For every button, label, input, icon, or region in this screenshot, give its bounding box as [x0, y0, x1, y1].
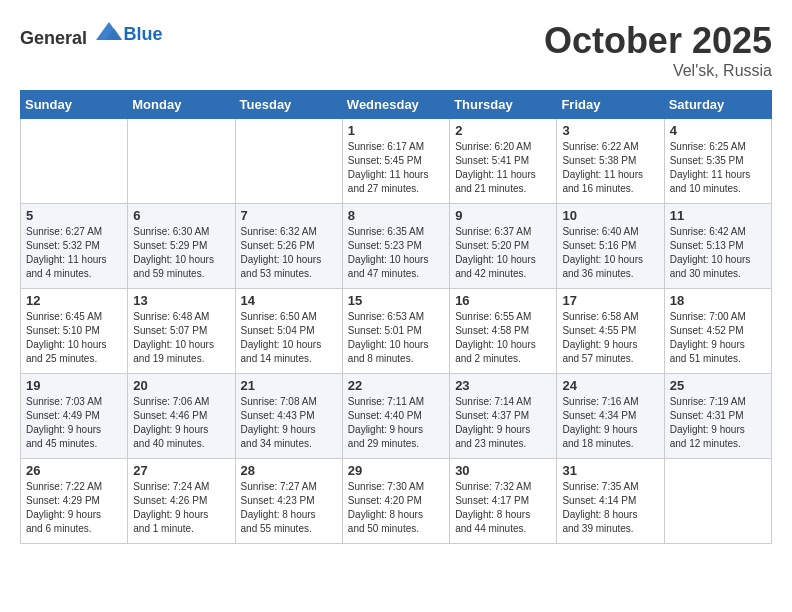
day-number: 7 [241, 208, 337, 223]
calendar-cell: 10Sunrise: 6:40 AM Sunset: 5:16 PM Dayli… [557, 204, 664, 289]
day-number: 1 [348, 123, 444, 138]
day-number: 9 [455, 208, 551, 223]
calendar-cell: 26Sunrise: 7:22 AM Sunset: 4:29 PM Dayli… [21, 459, 128, 544]
cell-content: Sunrise: 7:06 AM Sunset: 4:46 PM Dayligh… [133, 395, 229, 451]
cell-content: Sunrise: 6:53 AM Sunset: 5:01 PM Dayligh… [348, 310, 444, 366]
cell-content: Sunrise: 7:24 AM Sunset: 4:26 PM Dayligh… [133, 480, 229, 536]
cell-content: Sunrise: 6:22 AM Sunset: 5:38 PM Dayligh… [562, 140, 658, 196]
calendar-cell: 2Sunrise: 6:20 AM Sunset: 5:41 PM Daylig… [450, 119, 557, 204]
cell-content: Sunrise: 6:55 AM Sunset: 4:58 PM Dayligh… [455, 310, 551, 366]
cell-content: Sunrise: 6:50 AM Sunset: 5:04 PM Dayligh… [241, 310, 337, 366]
day-number: 13 [133, 293, 229, 308]
calendar-cell: 19Sunrise: 7:03 AM Sunset: 4:49 PM Dayli… [21, 374, 128, 459]
day-number: 2 [455, 123, 551, 138]
cell-content: Sunrise: 6:42 AM Sunset: 5:13 PM Dayligh… [670, 225, 766, 281]
day-number: 11 [670, 208, 766, 223]
calendar-cell [664, 459, 771, 544]
calendar-cell: 8Sunrise: 6:35 AM Sunset: 5:23 PM Daylig… [342, 204, 449, 289]
calendar-cell: 17Sunrise: 6:58 AM Sunset: 4:55 PM Dayli… [557, 289, 664, 374]
calendar-cell [235, 119, 342, 204]
calendar-cell: 7Sunrise: 6:32 AM Sunset: 5:26 PM Daylig… [235, 204, 342, 289]
column-header-thursday: Thursday [450, 91, 557, 119]
logo-icon [94, 20, 124, 44]
week-row-4: 19Sunrise: 7:03 AM Sunset: 4:49 PM Dayli… [21, 374, 772, 459]
cell-content: Sunrise: 7:16 AM Sunset: 4:34 PM Dayligh… [562, 395, 658, 451]
cell-content: Sunrise: 6:37 AM Sunset: 5:20 PM Dayligh… [455, 225, 551, 281]
cell-content: Sunrise: 7:22 AM Sunset: 4:29 PM Dayligh… [26, 480, 122, 536]
calendar-cell: 4Sunrise: 6:25 AM Sunset: 5:35 PM Daylig… [664, 119, 771, 204]
cell-content: Sunrise: 6:27 AM Sunset: 5:32 PM Dayligh… [26, 225, 122, 281]
column-header-sunday: Sunday [21, 91, 128, 119]
month-title: October 2025 [544, 20, 772, 62]
day-number: 23 [455, 378, 551, 393]
calendar-cell: 21Sunrise: 7:08 AM Sunset: 4:43 PM Dayli… [235, 374, 342, 459]
week-row-3: 12Sunrise: 6:45 AM Sunset: 5:10 PM Dayli… [21, 289, 772, 374]
page-header: General Blue October 2025 Vel'sk, Russia [20, 20, 772, 80]
column-header-friday: Friday [557, 91, 664, 119]
cell-content: Sunrise: 6:17 AM Sunset: 5:45 PM Dayligh… [348, 140, 444, 196]
cell-content: Sunrise: 7:30 AM Sunset: 4:20 PM Dayligh… [348, 480, 444, 536]
day-number: 29 [348, 463, 444, 478]
calendar-cell: 30Sunrise: 7:32 AM Sunset: 4:17 PM Dayli… [450, 459, 557, 544]
location-subtitle: Vel'sk, Russia [544, 62, 772, 80]
header-row: SundayMondayTuesdayWednesdayThursdayFrid… [21, 91, 772, 119]
cell-content: Sunrise: 6:40 AM Sunset: 5:16 PM Dayligh… [562, 225, 658, 281]
cell-content: Sunrise: 6:48 AM Sunset: 5:07 PM Dayligh… [133, 310, 229, 366]
calendar-cell: 22Sunrise: 7:11 AM Sunset: 4:40 PM Dayli… [342, 374, 449, 459]
day-number: 20 [133, 378, 229, 393]
calendar-cell: 23Sunrise: 7:14 AM Sunset: 4:37 PM Dayli… [450, 374, 557, 459]
calendar-cell [21, 119, 128, 204]
day-number: 15 [348, 293, 444, 308]
week-row-5: 26Sunrise: 7:22 AM Sunset: 4:29 PM Dayli… [21, 459, 772, 544]
calendar-cell [128, 119, 235, 204]
calendar-cell: 20Sunrise: 7:06 AM Sunset: 4:46 PM Dayli… [128, 374, 235, 459]
day-number: 24 [562, 378, 658, 393]
week-row-1: 1Sunrise: 6:17 AM Sunset: 5:45 PM Daylig… [21, 119, 772, 204]
day-number: 27 [133, 463, 229, 478]
cell-content: Sunrise: 6:30 AM Sunset: 5:29 PM Dayligh… [133, 225, 229, 281]
calendar-cell: 15Sunrise: 6:53 AM Sunset: 5:01 PM Dayli… [342, 289, 449, 374]
day-number: 22 [348, 378, 444, 393]
day-number: 31 [562, 463, 658, 478]
calendar-cell: 16Sunrise: 6:55 AM Sunset: 4:58 PM Dayli… [450, 289, 557, 374]
day-number: 16 [455, 293, 551, 308]
week-row-2: 5Sunrise: 6:27 AM Sunset: 5:32 PM Daylig… [21, 204, 772, 289]
calendar-cell: 3Sunrise: 6:22 AM Sunset: 5:38 PM Daylig… [557, 119, 664, 204]
day-number: 28 [241, 463, 337, 478]
calendar-cell: 12Sunrise: 6:45 AM Sunset: 5:10 PM Dayli… [21, 289, 128, 374]
day-number: 14 [241, 293, 337, 308]
calendar-cell: 9Sunrise: 6:37 AM Sunset: 5:20 PM Daylig… [450, 204, 557, 289]
cell-content: Sunrise: 7:19 AM Sunset: 4:31 PM Dayligh… [670, 395, 766, 451]
day-number: 6 [133, 208, 229, 223]
calendar-cell: 27Sunrise: 7:24 AM Sunset: 4:26 PM Dayli… [128, 459, 235, 544]
calendar-table: SundayMondayTuesdayWednesdayThursdayFrid… [20, 90, 772, 544]
cell-content: Sunrise: 6:58 AM Sunset: 4:55 PM Dayligh… [562, 310, 658, 366]
day-number: 8 [348, 208, 444, 223]
day-number: 21 [241, 378, 337, 393]
title-area: October 2025 Vel'sk, Russia [544, 20, 772, 80]
cell-content: Sunrise: 7:00 AM Sunset: 4:52 PM Dayligh… [670, 310, 766, 366]
calendar-cell: 29Sunrise: 7:30 AM Sunset: 4:20 PM Dayli… [342, 459, 449, 544]
cell-content: Sunrise: 6:35 AM Sunset: 5:23 PM Dayligh… [348, 225, 444, 281]
day-number: 5 [26, 208, 122, 223]
calendar-cell: 28Sunrise: 7:27 AM Sunset: 4:23 PM Dayli… [235, 459, 342, 544]
day-number: 4 [670, 123, 766, 138]
column-header-tuesday: Tuesday [235, 91, 342, 119]
day-number: 18 [670, 293, 766, 308]
day-number: 25 [670, 378, 766, 393]
cell-content: Sunrise: 6:20 AM Sunset: 5:41 PM Dayligh… [455, 140, 551, 196]
calendar-cell: 5Sunrise: 6:27 AM Sunset: 5:32 PM Daylig… [21, 204, 128, 289]
cell-content: Sunrise: 7:14 AM Sunset: 4:37 PM Dayligh… [455, 395, 551, 451]
column-header-monday: Monday [128, 91, 235, 119]
day-number: 10 [562, 208, 658, 223]
calendar-cell: 31Sunrise: 7:35 AM Sunset: 4:14 PM Dayli… [557, 459, 664, 544]
calendar-cell: 14Sunrise: 6:50 AM Sunset: 5:04 PM Dayli… [235, 289, 342, 374]
logo-blue: Blue [124, 24, 163, 44]
logo-general: General [20, 28, 87, 48]
cell-content: Sunrise: 6:25 AM Sunset: 5:35 PM Dayligh… [670, 140, 766, 196]
day-number: 12 [26, 293, 122, 308]
column-header-wednesday: Wednesday [342, 91, 449, 119]
cell-content: Sunrise: 6:32 AM Sunset: 5:26 PM Dayligh… [241, 225, 337, 281]
day-number: 3 [562, 123, 658, 138]
calendar-cell: 13Sunrise: 6:48 AM Sunset: 5:07 PM Dayli… [128, 289, 235, 374]
